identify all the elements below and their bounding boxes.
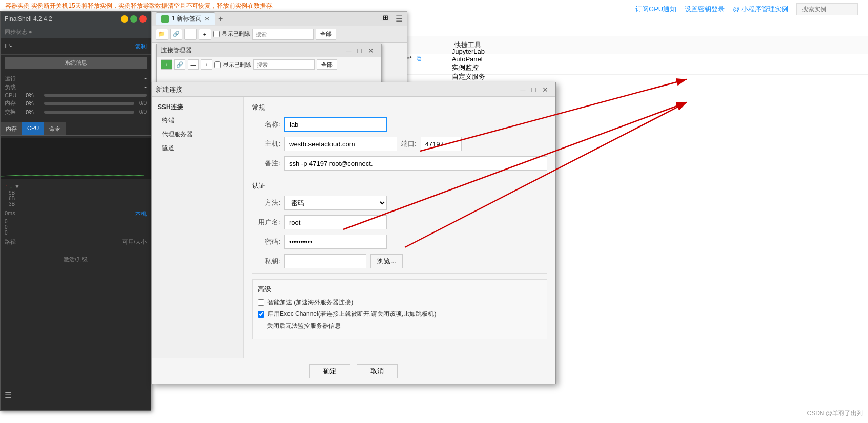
network-section: ↑ ↓ ▼ 9B 6B 3B	[1, 181, 151, 209]
cm-maximize-btn[interactable]: □	[355, 46, 365, 56]
autopanel-link[interactable]: AutoPanel	[452, 55, 483, 63]
dialog-maximize-btn[interactable]: □	[529, 84, 539, 95]
method-label: 方法:	[252, 198, 280, 207]
info-block: IP - 复制	[1, 38, 151, 55]
swap-metric-row: 交换 0% 0/0	[5, 108, 147, 116]
sidebar-terminal[interactable]: 终端	[152, 114, 243, 128]
copy-command-icon[interactable]: ⧉	[417, 55, 421, 63]
activate-link[interactable]: 激活/升级	[1, 251, 151, 267]
minimize-button[interactable]	[121, 15, 128, 23]
mini-program-link[interactable]: @ 小程序管理实例	[733, 5, 788, 14]
swap-label: 交换	[5, 108, 23, 116]
terminal-search-input[interactable]	[252, 29, 314, 40]
cm-show-deleted-checkbox[interactable]: 显示已删除	[214, 61, 251, 69]
exec-channel-label: 启用Exec Channel(若连接上就被断开,请关闭该项,比如跳板机)	[267, 310, 436, 319]
network-row: ↑ ↓ ▼	[5, 183, 147, 189]
dialog-minimize-btn[interactable]: ─	[518, 84, 529, 95]
show-deleted-checkbox[interactable]: 显示已删除	[213, 30, 250, 38]
cm-close-btn[interactable]: ✕	[365, 46, 377, 56]
cm-btn-3[interactable]: —	[188, 59, 199, 70]
system-info-button[interactable]: 系统信息	[5, 57, 147, 69]
ping-1: 0	[5, 224, 147, 230]
cpu-value: 0%	[26, 92, 41, 98]
port-label: 端口:	[401, 139, 417, 149]
metrics-block: 运行 - 负载 - CPU 0% 内存 0% 0/0 交换 0%	[1, 71, 151, 120]
cancel-button[interactable]: 取消	[357, 364, 398, 378]
name-input[interactable]	[284, 117, 387, 132]
swap-value: 0%	[26, 109, 41, 115]
menu-icon[interactable]: ☰	[396, 14, 403, 24]
tab-memory[interactable]: 内存	[1, 122, 22, 135]
tab-close-icon[interactable]: ✕	[204, 15, 210, 23]
password-label: 密码:	[252, 237, 280, 246]
cm-all-button[interactable]: 全部	[317, 59, 337, 70]
custom-service-link[interactable]: 自定义服务	[452, 73, 485, 80]
dialog-close-btn[interactable]: ✕	[539, 84, 551, 95]
host-input[interactable]	[284, 137, 397, 151]
disk-size-label: 可用/大小	[122, 238, 147, 246]
cm-btn-4[interactable]: +	[201, 59, 212, 70]
method-select[interactable]: 密码 密钥	[284, 196, 387, 210]
cm-btn-2[interactable]: 🔗	[174, 59, 185, 70]
browse-button[interactable]: 浏览...	[370, 254, 403, 268]
disk-path-label: 路径	[5, 238, 16, 246]
all-button[interactable]: 全部	[316, 29, 336, 40]
load-row: 负载 -	[5, 83, 147, 91]
toolbar-btn-3[interactable]: —	[184, 29, 197, 40]
username-input[interactable]	[284, 215, 387, 229]
memory-value: 0%	[26, 100, 41, 107]
tab-cpu[interactable]: CPU	[22, 122, 44, 135]
method-row: 方法: 密码 密钥	[252, 196, 547, 210]
note-input[interactable]	[284, 156, 547, 171]
toolbar-btn-4[interactable]: +	[199, 29, 211, 40]
copy-button[interactable]: 复制	[135, 43, 147, 50]
monitor-tabs: 内存 CPU 命令	[1, 122, 151, 136]
port-input[interactable]	[421, 137, 462, 151]
conn-manager-title: 连接管理器	[161, 46, 343, 55]
grid-view-icon[interactable]: ⊞	[380, 14, 390, 21]
private-key-label: 私钥:	[252, 257, 280, 266]
add-tab-button[interactable]: +	[218, 14, 223, 24]
instance-monitor-link[interactable]: 实例监控	[452, 64, 479, 71]
cm-minimize-btn[interactable]: ─	[343, 46, 355, 56]
expand-icon[interactable]: ☰	[5, 390, 12, 400]
svg-rect-0	[1, 138, 151, 179]
dialog-titlebar: 新建连接 ─ □ ✕	[152, 82, 555, 97]
username-label: 用户名:	[252, 218, 280, 227]
password-row: 密码:	[252, 235, 547, 249]
gpu-notify-link[interactable]: 订阅GPU通知	[635, 5, 676, 14]
confirm-button[interactable]: 确定	[309, 364, 350, 378]
csdn-watermark: CSDN @羊羽子出列	[807, 409, 863, 418]
cm-btn-1[interactable]: +	[161, 59, 172, 70]
conn-manager-window: 连接管理器 ─ □ ✕ + 🔗 — + 显示已删除 全部	[156, 44, 382, 84]
maximize-button[interactable]	[130, 15, 137, 23]
show-deleted-check[interactable]	[213, 31, 220, 37]
exec-channel-checkbox[interactable]	[258, 311, 264, 318]
terminal-titlebar: 1 新标签页 ✕ + ⊞ ☰	[152, 12, 407, 26]
section-divider-2	[252, 273, 547, 274]
local-label: 本机	[135, 210, 147, 218]
password-input[interactable]	[284, 235, 387, 249]
finalshell-title: FinalShell 4.2.4.2	[5, 15, 119, 23]
jupyter-link[interactable]: JupyterLab	[452, 48, 485, 55]
smart-accel-checkbox[interactable]	[258, 299, 264, 306]
dialog-content: 常规 名称: 主机: 端口: 备注: 认证	[244, 97, 555, 358]
name-label: 名称:	[252, 120, 280, 129]
private-key-input[interactable]	[284, 254, 366, 268]
arrow-down-icon: ↓	[10, 183, 13, 189]
tab-command[interactable]: 命令	[44, 122, 66, 135]
toolbar-folder-btn[interactable]: 📁	[156, 29, 168, 40]
search-input[interactable]	[796, 3, 858, 15]
ping-0: 0	[5, 219, 147, 224]
close-button[interactable]	[139, 15, 147, 23]
tools-cell: JupyterLab AutoPanel 实例监控 自定义服务	[452, 48, 503, 81]
active-tab[interactable]: 1 新标签页 ✕	[156, 12, 215, 25]
private-key-row: 私钥: 浏览...	[252, 254, 547, 268]
toolbar-btn-2[interactable]: 🔗	[170, 29, 182, 40]
set-key-login-link[interactable]: 设置密钥登录	[685, 5, 725, 14]
sidebar-proxy[interactable]: 代理服务器	[152, 128, 243, 141]
cm-show-deleted-check[interactable]	[214, 61, 221, 68]
sidebar-tunnel[interactable]: 隧道	[152, 141, 243, 155]
dialog-footer: 确定 取消	[152, 358, 555, 384]
cm-search-input[interactable]	[253, 59, 315, 70]
